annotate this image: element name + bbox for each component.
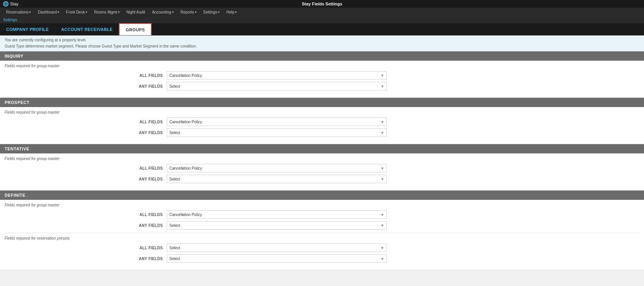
tentative-all-fields-label: ALL FIELDS: [5, 166, 167, 170]
breadcrumb-settings-link[interactable]: Settings: [3, 18, 17, 22]
info-bar: You are currently configuring at a prope…: [0, 36, 644, 51]
inquiry-all-fields-label: ALL FIELDS: [5, 73, 167, 78]
definite-preset-all-fields-select-wrap: Select Cancellation Policy Guest Type Ma…: [167, 243, 387, 252]
tab-company-profile[interactable]: COMPANY PROFILE: [0, 23, 55, 35]
app-logo: Stay: [3, 1, 19, 7]
nav-help[interactable]: Help ▾: [223, 8, 240, 16]
definite-preset-any-fields-label: ANY FIELDS: [5, 257, 167, 261]
svg-point-1: [5, 3, 6, 3]
prospect-any-fields-select-wrap: Select Cancellation Policy Guest Type Ma…: [167, 128, 387, 137]
caret-icon: ▾: [118, 10, 120, 14]
inquiry-all-fields-select[interactable]: Cancellation Policy Select Guest Type Ma…: [167, 71, 387, 80]
prospect-all-fields-label: ALL FIELDS: [5, 120, 167, 124]
definite-group1-desc: Fields required for group master: [5, 203, 639, 207]
nav-dashboard[interactable]: Dashboard ▾: [35, 8, 62, 16]
caret-icon: ▾: [218, 10, 220, 14]
definite-all-fields-select-wrap: Cancellation Policy Select Guest Type Ma…: [167, 210, 387, 219]
definite-any-fields-select[interactable]: Select Cancellation Policy Guest Type Ma…: [167, 221, 387, 230]
prospect-all-fields-select[interactable]: Cancellation Policy Select Guest Type Ma…: [167, 117, 387, 126]
definite-preset-any-fields-row: ANY FIELDS Select Cancellation Policy Gu…: [5, 254, 639, 263]
breadcrumb-bar: Settings: [0, 16, 644, 23]
definite-preset-any-fields-select[interactable]: Select Cancellation Policy Guest Type Ma…: [167, 254, 387, 263]
logo-icon: [3, 1, 8, 7]
section-header-tentative: TENTATIVE: [0, 144, 644, 153]
caret-icon: ▾: [86, 10, 87, 14]
inquiry-any-fields-select-wrap: Select Cancellation Policy Guest Type Ma…: [167, 82, 387, 90]
definite-any-fields-label: ANY FIELDS: [5, 223, 167, 228]
caret-icon: ▾: [195, 10, 196, 14]
top-bar: Stay Stay Fields Settings: [0, 0, 644, 8]
caret-icon: ▾: [29, 10, 31, 14]
inquiry-group-desc: Fields required for group master: [5, 64, 639, 68]
section-body-tentative: Fields required for group master ALL FIE…: [0, 153, 644, 190]
section-header-definite: DEFINITE: [0, 191, 644, 200]
tab-bar: COMPANY PROFILE ACCOUNT RECEIVABLE GROUP…: [0, 23, 644, 36]
nav-bar: Reservations ▾ Dashboard ▾ Front Desk ▾ …: [0, 8, 644, 16]
caret-icon: ▾: [172, 10, 174, 14]
prospect-group-desc: Fields required for group master: [5, 110, 639, 114]
definite-any-fields-row: ANY FIELDS Select Cancellation Policy Gu…: [5, 221, 639, 230]
nav-rooms-mgmt[interactable]: Rooms Mgmt ▾: [91, 8, 122, 16]
page-title: Stay Fields Settings: [302, 2, 342, 6]
tentative-all-fields-select[interactable]: Cancellation Policy Select Guest Type Ma…: [167, 164, 387, 172]
section-divider: [5, 233, 639, 233]
definite-preset-any-fields-select-wrap: Select Cancellation Policy Guest Type Ma…: [167, 254, 387, 263]
definite-group2-desc: Fields required for reservation presets: [5, 236, 639, 240]
inquiry-all-fields-select-wrap: Cancellation Policy Select Guest Type Ma…: [167, 71, 387, 80]
section-header-inquiry: INQUIRY: [0, 51, 644, 61]
tentative-group-desc: Fields required for group master: [5, 157, 639, 161]
tentative-any-fields-select[interactable]: Select Cancellation Policy Guest Type Ma…: [167, 175, 387, 183]
prospect-any-fields-label: ANY FIELDS: [5, 131, 167, 135]
section-body-prospect: Fields required for group master ALL FIE…: [0, 107, 644, 144]
inquiry-all-fields-row: ALL FIELDS Cancellation Policy Select Gu…: [5, 71, 639, 80]
tab-account-receivable[interactable]: ACCOUNT RECEIVABLE: [55, 23, 119, 35]
section-definite: DEFINITE Fields required for group maste…: [0, 191, 644, 270]
inquiry-any-fields-label: ANY FIELDS: [5, 84, 167, 89]
definite-preset-all-fields-select[interactable]: Select Cancellation Policy Guest Type Ma…: [167, 243, 387, 252]
tentative-any-fields-select-wrap: Select Cancellation Policy Guest Type Ma…: [167, 175, 387, 183]
info-message-1: You are currently configuring at a prope…: [5, 37, 639, 43]
tentative-all-fields-row: ALL FIELDS Cancellation Policy Select Gu…: [5, 164, 639, 172]
inquiry-any-fields-select[interactable]: Select Cancellation Policy Guest Type Ma…: [167, 82, 387, 90]
prospect-any-fields-select[interactable]: Select Cancellation Policy Guest Type Ma…: [167, 128, 387, 137]
definite-any-fields-select-wrap: Select Cancellation Policy Guest Type Ma…: [167, 221, 387, 230]
section-body-definite: Fields required for group master ALL FIE…: [0, 200, 644, 270]
inquiry-any-fields-row: ANY FIELDS Select Cancellation Policy Gu…: [5, 82, 639, 90]
definite-all-fields-select[interactable]: Cancellation Policy Select Guest Type Ma…: [167, 210, 387, 219]
prospect-any-fields-row: ANY FIELDS Select Cancellation Policy Gu…: [5, 128, 639, 137]
prospect-all-fields-select-wrap: Cancellation Policy Select Guest Type Ma…: [167, 117, 387, 126]
definite-preset-all-fields-label: ALL FIELDS: [5, 246, 167, 250]
section-prospect: PROSPECT Fields required for group maste…: [0, 98, 644, 144]
prospect-all-fields-row: ALL FIELDS Cancellation Policy Select Gu…: [5, 117, 639, 126]
caret-icon: ▾: [235, 10, 237, 14]
definite-preset-all-fields-row: ALL FIELDS Select Cancellation Policy Gu…: [5, 243, 639, 252]
nav-night-audit[interactable]: Night Audit: [123, 8, 148, 16]
definite-all-fields-label: ALL FIELDS: [5, 213, 167, 217]
tentative-any-fields-label: ANY FIELDS: [5, 177, 167, 181]
caret-icon: ▾: [57, 10, 59, 14]
tentative-all-fields-select-wrap: Cancellation Policy Select Guest Type Ma…: [167, 164, 387, 172]
section-inquiry: INQUIRY Fields required for group master…: [0, 51, 644, 98]
section-body-inquiry: Fields required for group master ALL FIE…: [0, 61, 644, 97]
nav-front-desk[interactable]: Front Desk ▾: [63, 8, 90, 16]
tentative-any-fields-row: ANY FIELDS Select Cancellation Policy Gu…: [5, 175, 639, 183]
nav-accounting[interactable]: Accounting ▾: [149, 8, 176, 16]
section-header-prospect: PROSPECT: [0, 98, 644, 107]
info-message-2: Guest Type determines market segment. Pl…: [5, 43, 639, 49]
section-tentative: TENTATIVE Fields required for group mast…: [0, 144, 644, 191]
main-content: INQUIRY Fields required for group master…: [0, 51, 644, 270]
nav-reservations[interactable]: Reservations ▾: [3, 8, 34, 16]
tab-groups[interactable]: GROUPS: [119, 23, 152, 35]
app-name: Stay: [10, 2, 19, 6]
nav-reports[interactable]: Reports ▾: [177, 8, 199, 16]
definite-all-fields-row: ALL FIELDS Cancellation Policy Select Gu…: [5, 210, 639, 219]
nav-settings[interactable]: Settings ▾: [200, 8, 223, 16]
